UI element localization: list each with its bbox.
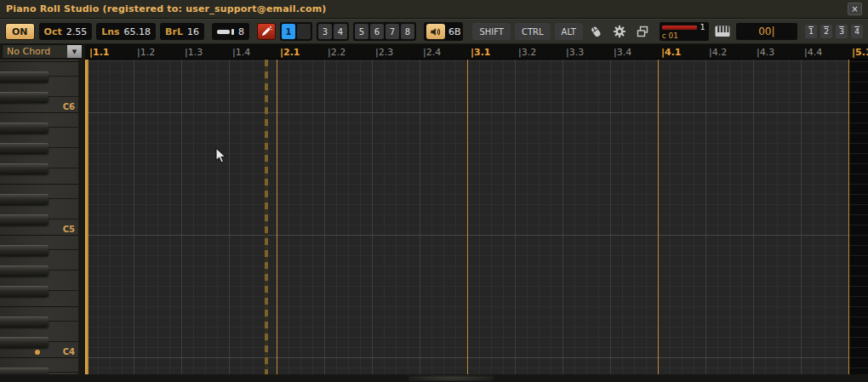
white-key[interactable] [0, 235, 78, 245]
title-bar: Piano Roll Studio (registered to: user_s… [0, 0, 868, 19]
white-key-divider-right [49, 127, 78, 128]
slot-group-1: 1 [280, 22, 312, 41]
audition-value: 6B [448, 26, 461, 37]
timeline-ruler[interactable]: |1.1|1.2|1.3|1.4|2.1|2.2|2.3|2.4|3.1|3.2… [85, 44, 868, 60]
position-display[interactable]: 00| [736, 23, 797, 40]
white-key-divider-right [49, 249, 78, 250]
ruler-tick-4.4: |4.4 [804, 47, 822, 58]
audition-group: 6B [424, 22, 464, 41]
on-toggle-button[interactable]: ON [5, 23, 35, 40]
horizontal-scrollbar[interactable] [0, 374, 868, 382]
lines-value: 65.18 [124, 26, 151, 37]
white-key-divider-right [49, 168, 78, 168]
keyboard-view-button[interactable] [713, 23, 732, 40]
ruler-tick-3.2: |3.2 [518, 47, 536, 58]
octave-label: C6 [0, 102, 75, 112]
detach-window-button[interactable] [633, 23, 652, 40]
slot-button-3[interactable]: 3 [318, 24, 332, 39]
bar-length-field[interactable]: BrL 16 [160, 23, 204, 40]
ruler-tick-2.2: |2.2 [328, 47, 345, 58]
ruler-tick-1.4: |1.4 [232, 47, 250, 58]
slot-button-6[interactable]: 6 [370, 24, 384, 39]
octave-field[interactable]: Oct 2.55 [39, 23, 93, 40]
piano-icon [715, 25, 730, 38]
white-key[interactable] [0, 153, 78, 163]
white-key[interactable] [0, 61, 78, 71]
scrollbar-thumb[interactable] [408, 375, 494, 381]
white-key[interactable] [0, 296, 78, 306]
white-key[interactable] [0, 82, 78, 92]
white-key-divider-right [49, 290, 78, 291]
lines-field[interactable]: Lns 65.18 [96, 23, 156, 40]
brush-width-icon [217, 29, 234, 35]
audition-button[interactable] [426, 24, 445, 39]
page-buttons-group: 1 2 3 4 [802, 25, 863, 38]
page-button-2[interactable]: 2 [820, 25, 832, 38]
white-key-divider-right [49, 219, 78, 220]
slot-button-1[interactable]: 1 [282, 24, 295, 39]
white-key-divider-right [49, 341, 78, 342]
shift-button[interactable]: SHIFT [472, 23, 511, 40]
chevron-down-icon[interactable]: ▼ [67, 45, 82, 58]
alt-button[interactable]: ALT [555, 23, 583, 40]
cascade-windows-icon [636, 25, 649, 38]
close-button[interactable]: × [848, 3, 862, 15]
slot-button-4[interactable]: 4 [334, 24, 347, 39]
black-key[interactable] [0, 368, 49, 374]
slot-button-2[interactable] [297, 24, 311, 39]
gear-icon [613, 25, 626, 38]
pattern-start-marker [85, 60, 89, 374]
ruler-tick-2.3: |2.3 [375, 47, 393, 58]
ruler-tick-4.3: |4.3 [757, 47, 774, 58]
speaker-icon [430, 26, 441, 37]
white-key[interactable] [0, 204, 78, 214]
slot-button-8[interactable]: 8 [401, 24, 414, 39]
channel-label: c 01 [662, 31, 706, 40]
playhead-dashed-line[interactable] [265, 60, 268, 374]
lines-label: Lns [101, 26, 119, 37]
velocity-panel[interactable]: 1 c 01 [660, 22, 709, 41]
slot-group-3: 5 6 7 8 [353, 22, 416, 41]
chord-selector[interactable]: No Chord ▼ [2, 44, 83, 59]
white-key[interactable] [0, 112, 78, 123]
white-key[interactable] [0, 276, 78, 286]
white-key[interactable] [0, 174, 78, 184]
note-grid[interactable] [85, 60, 868, 374]
chord-row: No Chord ▼ [0, 44, 85, 60]
ruler-tick-2.4: |2.4 [423, 47, 441, 58]
ruler-tick-1.1: |1.1 [89, 47, 110, 58]
bar-line-2 [277, 60, 277, 374]
white-key-divider-right [49, 321, 78, 322]
toolbar: ON Oct 2.55 Lns 65.18 BrL 16 8 1 3 4 5 6… [0, 19, 868, 44]
pattern-end-region [849, 60, 868, 374]
page-button-1[interactable]: 1 [805, 25, 817, 38]
white-key[interactable] [0, 184, 78, 194]
ruler-tick-3.4: |3.4 [614, 47, 631, 58]
white-key[interactable] [0, 306, 78, 316]
ctrl-button[interactable]: CTRL [515, 23, 551, 40]
white-key[interactable] [0, 327, 78, 337]
window-title: Piano Roll Studio (registered to: user_s… [6, 3, 327, 14]
white-key[interactable] [0, 255, 78, 265]
brush-width-control[interactable]: 8 [212, 23, 249, 40]
velocity-bar[interactable] [662, 26, 697, 30]
chord-selector-value: No Chord [3, 46, 67, 57]
ruler-tick-1.2: |1.2 [137, 47, 155, 58]
velocity-value: 1 [700, 24, 705, 31]
draw-tool-button[interactable] [257, 23, 276, 40]
slot-button-7[interactable]: 7 [385, 24, 399, 39]
ruler-tick-4.1: |4.1 [661, 47, 682, 58]
bar-length-value: 16 [187, 26, 199, 37]
settings-button[interactable] [610, 23, 629, 40]
page-button-4[interactable]: 4 [851, 25, 863, 38]
white-key-divider-right [49, 372, 78, 373]
piano-keyboard[interactable]: C6C5C4 [0, 60, 78, 374]
bar-line-4 [658, 60, 659, 374]
slot-button-5[interactable]: 5 [355, 24, 368, 39]
keyboard-grid-gap [78, 60, 85, 374]
white-key[interactable] [0, 133, 78, 143]
page-button-3[interactable]: 3 [836, 25, 848, 38]
white-key-divider-right [49, 96, 78, 97]
white-key[interactable] [0, 357, 78, 368]
mouse-options-button[interactable] [587, 23, 606, 40]
